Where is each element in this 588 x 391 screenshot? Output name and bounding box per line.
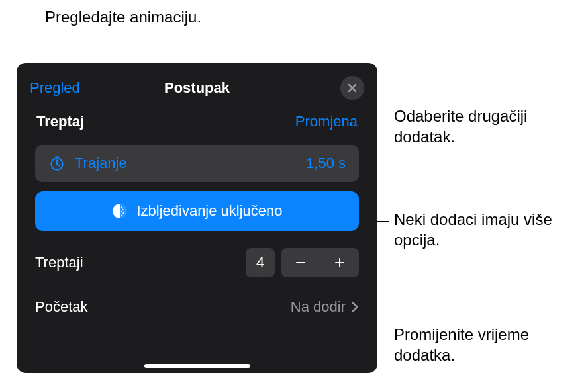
callout-preview: Pregledajte animaciju. — [45, 7, 201, 27]
change-button[interactable]: Promjena — [295, 113, 358, 130]
timer-icon — [48, 155, 66, 172]
fade-toggle-button[interactable]: Izbljeđivanje uključeno — [35, 191, 359, 231]
start-value-group: Na dodir — [291, 298, 359, 316]
blinks-row: Treptaji 4 — [17, 240, 377, 285]
svg-point-5 — [123, 212, 124, 214]
start-row[interactable]: Početak Na dodir — [17, 285, 377, 325]
stepper-group: 4 — [246, 248, 359, 277]
action-panel: Pregled Postupak Treptaj Promjena Trajan… — [17, 63, 377, 373]
duration-value: 1,50 s — [306, 155, 346, 172]
plus-icon — [333, 256, 346, 269]
callout-options: Neki dodaci imaju više opcija. — [394, 209, 588, 250]
close-icon — [347, 83, 358, 93]
duration-row[interactable]: Trajanje 1,50 s — [35, 145, 359, 182]
blinks-count: 4 — [246, 248, 275, 277]
start-value: Na dodir — [291, 298, 346, 316]
callout-preview-text: Pregledajte animaciju. — [45, 8, 201, 26]
stepper-plus-button[interactable] — [320, 248, 359, 277]
panel-title: Postupak — [164, 79, 230, 97]
chevron-right-icon — [351, 301, 359, 313]
close-button[interactable] — [340, 76, 364, 100]
fade-label: Izbljeđivanje uključeno — [136, 202, 282, 220]
svg-point-6 — [121, 214, 122, 216]
blinks-stepper — [281, 248, 359, 277]
svg-point-2 — [121, 207, 122, 208]
blinks-label: Treptaji — [35, 254, 83, 271]
callout-options-text: Neki dodaci imaju više opcija. — [394, 210, 552, 249]
effect-name: Treptaj — [36, 113, 84, 130]
callout-timing-text: Promijenite vrijeme dodatka. — [394, 326, 529, 364]
panel-header: Pregled Postupak — [17, 75, 377, 101]
svg-point-3 — [122, 209, 124, 210]
home-indicator — [144, 364, 250, 368]
callout-timing: Promijenite vrijeme dodatka. — [394, 324, 588, 365]
fade-icon — [111, 202, 128, 220]
callout-change: Odaberite drugačiji dodatak. — [394, 106, 588, 147]
effect-row: Treptaj Promjena — [17, 101, 377, 140]
stepper-minus-button[interactable] — [281, 248, 320, 277]
start-label: Početak — [35, 298, 88, 316]
minus-icon — [294, 256, 307, 269]
preview-button[interactable]: Pregled — [30, 79, 80, 97]
callout-change-text: Odaberite drugačiji dodatak. — [394, 107, 527, 146]
svg-point-4 — [121, 211, 122, 212]
duration-label: Trajanje — [75, 155, 297, 172]
